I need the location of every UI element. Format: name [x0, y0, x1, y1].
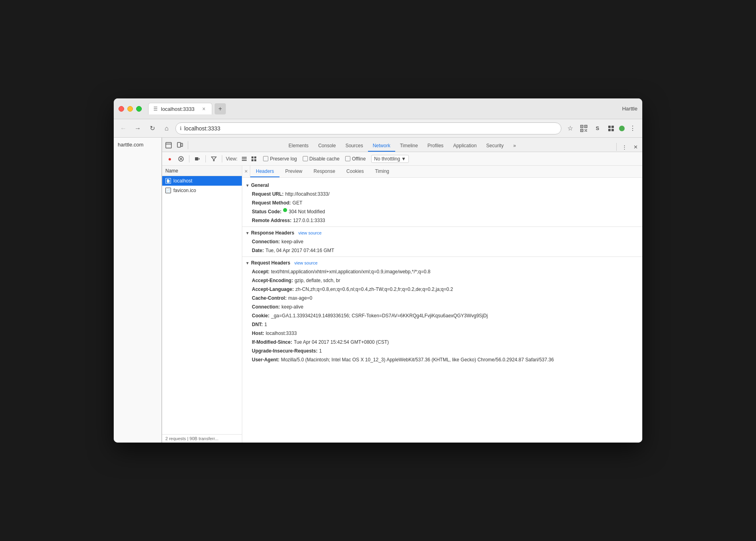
maximize-button[interactable]	[136, 106, 142, 112]
request-method-val: GET	[292, 199, 302, 206]
tab-application[interactable]: Application	[448, 140, 482, 152]
more-options-button[interactable]: ⋮	[620, 142, 629, 152]
rh-connection-key: Connection:	[252, 238, 280, 245]
file-list-footer: 2 requests | 90B transferr...	[162, 434, 242, 443]
file-name-localhost: localhost	[173, 178, 192, 184]
file-list-header: Name	[162, 166, 242, 176]
headers-panel: ✕ Headers Preview Response Cookies Timin…	[242, 166, 642, 443]
subtab-timing[interactable]: Timing	[369, 166, 395, 177]
close-devtools-button[interactable]: ✕	[631, 142, 641, 152]
response-header-connection: Connection: keep-alive	[242, 237, 642, 246]
rqh-upgrade-key: Upgrade-Insecure-Requests:	[252, 347, 318, 355]
rqh-dnt-val: 1	[264, 321, 267, 328]
tab-profiles[interactable]: Profiles	[423, 140, 448, 152]
view-list-button[interactable]	[240, 154, 249, 163]
headers-subtabs: ✕ Headers Preview Response Cookies Timin…	[242, 166, 642, 178]
tab-console[interactable]: Console	[314, 140, 341, 152]
file-item-localhost[interactable]: 📄 localhost	[162, 176, 242, 186]
disable-cache-checkbox[interactable]	[303, 156, 308, 161]
tab-bar: ☰ localhost:3333 × +	[148, 103, 622, 114]
offline-checkbox-item[interactable]: Offline	[345, 156, 366, 162]
subtab-headers[interactable]: Headers	[250, 166, 279, 177]
svg-rect-7	[586, 129, 587, 130]
preserve-log-checkbox-item[interactable]: Preserve log	[263, 156, 297, 162]
response-view-source[interactable]: view source	[298, 230, 322, 235]
menu-button[interactable]: ⋮	[627, 123, 638, 134]
subtab-preview[interactable]: Preview	[279, 166, 308, 177]
tab-close-button[interactable]: ×	[201, 106, 207, 112]
request-headers-section-header[interactable]: ▼ Request Headers view source	[242, 258, 642, 267]
preserve-log-label: Preserve log	[270, 156, 297, 162]
svg-rect-13	[608, 129, 611, 131]
toolbar-sep-1	[189, 155, 189, 162]
tab-more[interactable]: »	[509, 140, 521, 152]
req-header-connection: Connection: keep-alive	[242, 303, 642, 311]
nav-right-buttons: ☆ S	[565, 123, 638, 134]
file-item-favicon[interactable]: 📄 favicon.ico	[162, 186, 242, 195]
response-headers-section-header[interactable]: ▼ Response Headers view source	[242, 228, 642, 237]
rqh-accept-encoding-key: Accept-Encoding:	[252, 277, 293, 284]
preserve-log-checkbox[interactable]	[263, 156, 268, 161]
request-headers-title: Request Headers	[251, 260, 290, 266]
request-view-source[interactable]: view source	[294, 260, 318, 265]
forward-button[interactable]: →	[132, 123, 143, 134]
view-label: View:	[226, 156, 237, 162]
rqh-user-agent-key: User-Agent:	[252, 356, 279, 363]
devtools-right-controls: ⋮ ✕	[615, 142, 641, 152]
title-bar: ☰ localhost:3333 × + Harttle	[114, 98, 642, 119]
record-button[interactable]: ●	[165, 154, 174, 163]
close-button[interactable]	[119, 106, 124, 112]
svg-rect-10	[585, 130, 586, 131]
home-button[interactable]: ⌂	[161, 123, 172, 134]
status-code-val: 304 Not Modified	[289, 208, 325, 215]
video-button[interactable]	[193, 154, 202, 163]
view-grid-button[interactable]	[249, 154, 258, 163]
svg-rect-22	[195, 157, 198, 160]
tab-security[interactable]: Security	[481, 140, 508, 152]
response-arrow: ▼	[245, 231, 249, 235]
reload-button[interactable]: ↻	[147, 123, 158, 134]
svg-marker-23	[199, 158, 200, 160]
svg-rect-6	[585, 129, 585, 130]
subtab-cookies[interactable]: Cookies	[341, 166, 369, 177]
devtools-container: harttle.com	[114, 138, 642, 443]
subtab-response[interactable]: Response	[308, 166, 341, 177]
general-section-header[interactable]: ▼ General	[242, 181, 642, 190]
tab-label: localhost:3333	[161, 106, 195, 112]
minimize-button[interactable]	[127, 106, 133, 112]
new-tab-button[interactable]: +	[215, 103, 226, 114]
close-headers-button[interactable]: ✕	[242, 166, 250, 177]
signin-button[interactable]: S	[592, 123, 603, 134]
tab-timeline[interactable]: Timeline	[395, 140, 423, 152]
extensions-button[interactable]	[605, 123, 617, 134]
req-header-cookie: Cookie: _ga=GA1.1.339342419.1489336156; …	[242, 311, 642, 320]
response-header-date: Date: Tue, 04 Apr 2017 07:44:16 GMT	[242, 246, 642, 255]
device-toolbar-button[interactable]	[175, 140, 185, 150]
browser-window: ☰ localhost:3333 × + Harttle ← → ↻ ⌂ ℹ l…	[114, 98, 642, 443]
svg-rect-30	[251, 159, 253, 161]
inspect-element-button[interactable]	[164, 140, 173, 150]
filter-button[interactable]	[209, 154, 218, 163]
rqh-dnt-key: DNT:	[252, 321, 263, 328]
cast-button[interactable]	[619, 126, 625, 131]
tab-network[interactable]: Network	[368, 140, 395, 152]
window-title: Harttle	[622, 106, 637, 112]
navigation-bar: ← → ↻ ⌂ ℹ localhost:3333 ☆	[114, 119, 642, 138]
clear-button[interactable]	[177, 154, 185, 163]
disable-cache-checkbox-item[interactable]: Disable cache	[303, 156, 340, 162]
address-bar-url: localhost:3333	[184, 125, 220, 132]
remote-address-row: Remote Address: 127.0.0.1:3333	[242, 216, 642, 225]
bookmark-button[interactable]: ☆	[565, 123, 576, 134]
remote-address-key: Remote Address:	[252, 217, 292, 224]
tab-elements[interactable]: Elements	[284, 140, 314, 152]
back-button[interactable]: ←	[118, 123, 129, 134]
throttling-dropdown[interactable]: No throttling ▼	[371, 155, 409, 163]
offline-checkbox[interactable]	[345, 156, 350, 161]
svg-rect-28	[251, 156, 253, 158]
address-bar[interactable]: ℹ localhost:3333	[175, 122, 561, 134]
file-icon-favicon: 📄	[165, 188, 171, 193]
tab-sources[interactable]: Sources	[341, 140, 368, 152]
browser-tab[interactable]: ☰ localhost:3333 ×	[148, 103, 212, 114]
svg-rect-26	[242, 158, 247, 159]
qr-button[interactable]	[578, 123, 589, 134]
